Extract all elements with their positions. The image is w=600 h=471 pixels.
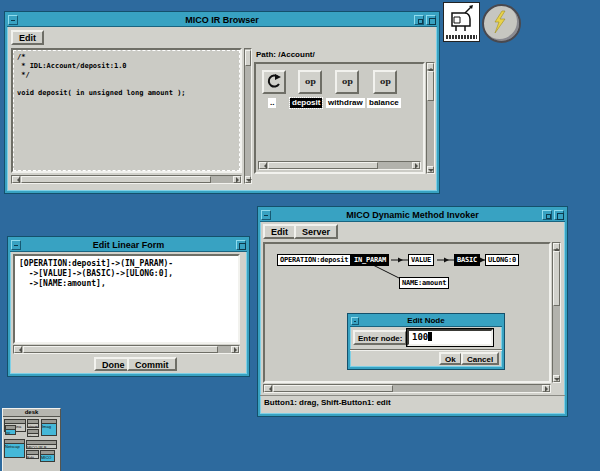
pager-window[interactable]: Edit	[26, 450, 39, 459]
scroll-up-icon[interactable]	[553, 243, 560, 250]
maximize-icon[interactable]	[426, 15, 436, 25]
scroll-thumb[interactable]	[21, 176, 211, 183]
pager-window[interactable]: xv	[5, 425, 16, 435]
scroll-thumb[interactable]	[273, 385, 393, 392]
op-icon: op	[380, 76, 391, 86]
sash-thumb[interactable]	[245, 50, 251, 66]
mailbox-icon	[445, 4, 478, 32]
cancel-button[interactable]: Cancel	[461, 352, 499, 365]
scroll-down-icon[interactable]	[427, 166, 434, 173]
op-icon: op	[305, 76, 316, 86]
window-ir-browser: MICO IR Browser Edit /* * IDL:Account/de…	[5, 12, 439, 193]
linear-form-titlebar[interactable]: Edit Linear Form	[10, 239, 247, 252]
scroll-thumb[interactable]	[427, 71, 434, 101]
edit-node-titlebar[interactable]: Edit Node	[350, 316, 502, 327]
item-label-deposit[interactable]: deposit	[290, 98, 322, 108]
linear-form-textarea[interactable]: [OPERATION:deposit]->(IN_PARAM)- ->[VALU…	[13, 254, 240, 344]
maximize-icon[interactable]	[554, 210, 564, 220]
window-menu-icon[interactable]	[8, 15, 18, 25]
status-bar: Button1: drag, Shift-Button1: edit	[260, 395, 565, 409]
ir-browser-titlebar[interactable]: MICO IR Browser	[7, 14, 437, 27]
graph-node-value[interactable]: VALUE	[408, 254, 434, 266]
canvas-hscrollbar[interactable]	[263, 384, 551, 393]
scroll-right-icon[interactable]	[412, 162, 420, 169]
item-label-withdraw[interactable]: withdraw	[326, 98, 365, 108]
pager-window[interactable]: xterm	[27, 429, 39, 437]
item-label-up[interactable]: ..	[268, 98, 276, 108]
mailbox-desktop-icon[interactable]	[443, 2, 480, 42]
scroll-left-icon[interactable]	[14, 346, 22, 353]
window-edit-linear-form: Edit Linear Form [OPERATION:deposit]->(I…	[8, 237, 249, 376]
op-icon: op	[342, 76, 353, 86]
scroll-thumb[interactable]	[268, 162, 378, 169]
path-label: Path: /Account/	[254, 48, 427, 61]
enter-node-label: Enter node:	[353, 330, 407, 345]
pager-window[interactable]: Netscap	[4, 439, 25, 458]
dialog-edit-node: Edit Node Enter node: 100 Ok Cancel	[348, 314, 504, 369]
idl-source-text: /* * IDL:Account/deposit:1.0 */ void dep…	[13, 50, 240, 101]
pager-window[interactable]: MICO	[40, 450, 55, 462]
scroll-up-icon[interactable]	[427, 63, 434, 70]
scroll-right-icon[interactable]	[231, 346, 239, 353]
pager-window[interactable]: xterm	[27, 419, 39, 428]
node-value-text: 100	[412, 332, 428, 342]
minimize-icon[interactable]	[542, 210, 552, 220]
desk-pager[interactable]: desk xTermina xterm Imag xv xterm Netsca…	[2, 408, 61, 471]
scroll-right-icon[interactable]	[233, 176, 241, 183]
menu-server-button[interactable]: Server	[294, 224, 338, 239]
window-title: MICO Dynamic Method Invoker	[346, 210, 479, 220]
canvas-vscrollbar[interactable]	[552, 242, 561, 383]
scroll-thumb[interactable]	[553, 251, 560, 306]
graph-node-operation[interactable]: OPERATION:deposit	[277, 254, 351, 266]
up-arrow-icon	[264, 72, 284, 92]
dialog-separator	[350, 349, 502, 351]
graph-node-in-param[interactable]: IN_PARAM	[351, 254, 389, 266]
linear-form-text: [OPERATION:deposit]->(IN_PARAM)- ->[VALU…	[15, 256, 238, 292]
ok-button[interactable]: Ok	[439, 352, 462, 365]
commit-button[interactable]: Commit	[127, 357, 177, 371]
up-folder-button[interactable]	[262, 70, 286, 94]
graph-node-name[interactable]: NAME:amount	[399, 277, 449, 289]
scroll-left-icon[interactable]	[12, 176, 20, 183]
graph-node-ulong[interactable]: ULONG:0	[485, 254, 519, 266]
scroll-thumb[interactable]	[23, 346, 218, 353]
pager-title[interactable]: desk	[3, 409, 60, 417]
idl-hscrollbar[interactable]	[11, 175, 242, 184]
linear-form-hscrollbar[interactable]	[13, 345, 240, 354]
scroll-right-icon[interactable]	[542, 385, 550, 392]
maximize-icon[interactable]	[236, 240, 246, 250]
scroll-down-icon[interactable]	[553, 375, 560, 382]
window-title: Edit Linear Form	[93, 240, 165, 250]
menu-edit-button[interactable]: Edit	[263, 224, 296, 239]
window-menu-icon[interactable]	[11, 240, 21, 250]
graph-node-basic[interactable]: BASIC	[454, 254, 480, 266]
pager-window[interactable]: Imag	[41, 419, 57, 436]
items-hscrollbar[interactable]	[258, 161, 421, 170]
items-vscrollbar[interactable]	[426, 62, 435, 174]
window-title: MICO IR Browser	[185, 15, 259, 25]
pager-window[interactable]: MICO IR B	[26, 440, 57, 449]
window-method-invoker: MICO Dynamic Method Invoker Edit Server …	[258, 207, 567, 416]
operation-withdraw-button[interactable]: op	[335, 70, 359, 94]
operation-deposit-button[interactable]: op	[298, 70, 322, 94]
invoker-titlebar[interactable]: MICO Dynamic Method Invoker	[260, 209, 565, 222]
window-menu-icon[interactable]	[261, 210, 271, 220]
sash-arrow-icon[interactable]	[245, 176, 251, 183]
bolt-desktop-icon[interactable]	[482, 4, 521, 43]
operation-balance-button[interactable]: op	[373, 70, 397, 94]
icon-caption	[446, 35, 477, 39]
text-cursor	[428, 332, 432, 341]
scroll-left-icon[interactable]	[264, 385, 272, 392]
panel-sash[interactable]	[244, 48, 252, 184]
item-label-balance[interactable]: balance	[367, 98, 401, 108]
idl-source-panel[interactable]: /* * IDL:Account/deposit:1.0 */ void dep…	[11, 48, 242, 173]
scroll-left-icon[interactable]	[259, 162, 267, 169]
menu-edit-button[interactable]: Edit	[11, 30, 44, 45]
node-value-input[interactable]: 100	[407, 329, 493, 346]
lightning-bolt-icon	[484, 6, 515, 37]
dialog-title: Edit Node	[407, 316, 444, 325]
minimize-icon[interactable]	[414, 15, 424, 25]
repository-item-area[interactable]: .. op deposit op withdraw op balance	[254, 62, 425, 174]
window-menu-icon[interactable]	[351, 317, 359, 325]
